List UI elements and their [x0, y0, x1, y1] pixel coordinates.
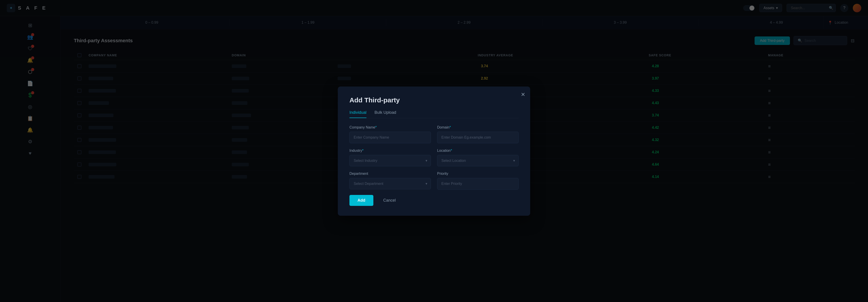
- form-row-3: Department Select Department ▾ Priority: [349, 172, 519, 190]
- modal-add-button[interactable]: Add: [349, 195, 373, 206]
- location-group: Location* Select Location ▾: [437, 149, 519, 166]
- department-group: Department Select Department ▾: [349, 172, 431, 190]
- location-select[interactable]: Select Location: [437, 155, 519, 166]
- domain-label: Domain*: [437, 125, 519, 129]
- department-select-wrapper: Select Department ▾: [349, 178, 431, 189]
- company-name-input[interactable]: [349, 132, 431, 143]
- form-row-1: Company Name* Domain*: [349, 125, 519, 143]
- industry-select-wrapper: Select Industry ▾: [349, 155, 431, 166]
- modal-close-button[interactable]: ✕: [521, 92, 525, 98]
- priority-label: Priority: [437, 172, 519, 176]
- industry-select[interactable]: Select Industry: [349, 155, 431, 166]
- modal-title: Add Third-party: [349, 96, 519, 104]
- department-label: Department: [349, 172, 431, 176]
- industry-group: Industry* Select Industry ▾: [349, 149, 431, 166]
- priority-group: Priority: [437, 172, 519, 190]
- modal-cancel-button[interactable]: Cancel: [377, 195, 402, 206]
- modal-overlay: Add Third-party ✕ Individual Bulk Upload…: [0, 0, 868, 302]
- tab-bulk-upload[interactable]: Bulk Upload: [374, 110, 396, 118]
- tab-individual[interactable]: Individual: [349, 110, 366, 118]
- modal-actions: Add Cancel: [349, 195, 519, 206]
- modal-tabs: Individual Bulk Upload: [349, 110, 519, 118]
- add-third-party-modal: Add Third-party ✕ Individual Bulk Upload…: [338, 87, 530, 216]
- domain-input[interactable]: [437, 132, 519, 143]
- industry-label: Industry*: [349, 149, 431, 153]
- domain-group: Domain*: [437, 125, 519, 143]
- company-name-group: Company Name*: [349, 125, 431, 143]
- company-name-label: Company Name*: [349, 125, 431, 129]
- department-select[interactable]: Select Department: [349, 178, 431, 189]
- location-select-wrapper: Select Location ▾: [437, 155, 519, 166]
- form-row-2: Industry* Select Industry ▾ Location* Se…: [349, 149, 519, 166]
- priority-input[interactable]: [437, 178, 519, 190]
- location-label: Location*: [437, 149, 519, 153]
